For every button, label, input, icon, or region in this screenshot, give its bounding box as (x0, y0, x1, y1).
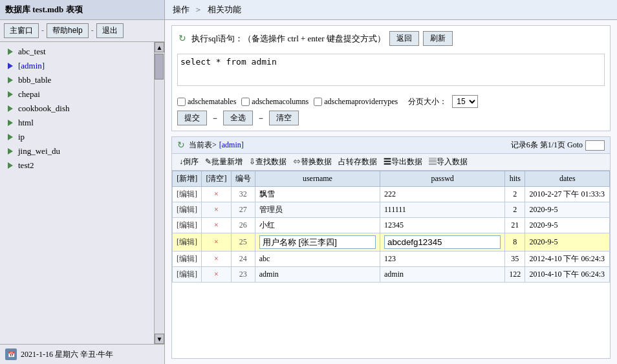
edit-link[interactable]: [编辑] (177, 237, 197, 246)
page-size-select[interactable]: 15 30 50 (452, 95, 478, 108)
delete-cell[interactable]: × (202, 202, 231, 218)
sql-textarea[interactable]: select * from admin (177, 54, 605, 86)
id-cell: 24 (231, 252, 255, 267)
data-table: [新增] [清空] 编号 username passwd hits dates … (172, 171, 610, 283)
sidebar-item-jing_wei_du[interactable]: jing_wei_du (0, 144, 154, 158)
dates-cell: 2010-4-10 下午 06:24:3 (525, 267, 610, 283)
toolbar-import[interactable]: ▤导入数据 (427, 156, 470, 168)
toolbar-replace[interactable]: ⇔替换数据 (291, 156, 334, 168)
refresh-button[interactable]: 刷新 (423, 31, 453, 46)
return-button[interactable]: 返回 (389, 31, 419, 46)
sidebar-item-bbb_table[interactable]: bbb_table (0, 73, 154, 87)
page-size-label: 分页大小： (408, 96, 447, 107)
delete-cell[interactable]: × (202, 267, 231, 283)
edit-link[interactable]: [编辑] (177, 270, 197, 279)
goto-input[interactable] (585, 140, 605, 151)
sidebar-item-label: abc_test (18, 47, 46, 57)
edit-cell[interactable]: [编辑] (173, 218, 202, 233)
clear-button[interactable]: 清空 (269, 111, 299, 125)
delete-icon[interactable]: × (214, 189, 219, 198)
username-input[interactable] (259, 235, 376, 249)
edit-link[interactable]: [编辑] (177, 189, 197, 198)
id-cell: 26 (231, 218, 255, 233)
hits-cell: 35 (505, 252, 525, 267)
delete-cell[interactable]: × (202, 187, 231, 202)
hits-cell: 8 (505, 233, 525, 252)
arrow-icon (5, 132, 16, 142)
delete-icon[interactable]: × (214, 254, 219, 263)
edit-cell[interactable]: [编辑] (173, 252, 202, 267)
sidebar-item-test2[interactable]: test2 (0, 158, 154, 173)
username-cell: abc (255, 252, 380, 267)
header-title: 操作 (173, 5, 189, 14)
dates-cell: 2010-2-27 下午 01:33:3 (525, 187, 610, 202)
table-row: [编辑]×23adminadmin1222010-4-10 下午 06:24:3 (173, 267, 610, 283)
table-header-row: [新增] [清空] 编号 username passwd hits dates (173, 171, 610, 187)
delete-cell[interactable]: × (202, 218, 231, 233)
scroll-track (155, 52, 164, 334)
sidebar-item-admin[interactable]: [admin] (0, 59, 154, 73)
table-wrap: [新增] [清空] 编号 username passwd hits dates … (172, 171, 610, 358)
col-add: [新增] (173, 171, 202, 187)
toolbar-export[interactable]: ☰导出数据 (382, 156, 424, 168)
toolbar-sort[interactable]: ↓倒序 (177, 156, 200, 168)
checkbox-adschemaprovider-label: adschemaproviderrypes (324, 97, 398, 107)
username-cell: 管理员 (255, 202, 380, 218)
table-row: [编辑]×2582020-9-5 (173, 233, 610, 252)
checkbox-adschematables-input[interactable] (177, 98, 186, 106)
table-row: [编辑]×27管理员11111122020-9-5 (173, 202, 610, 218)
current-table-name[interactable]: [admin] (219, 140, 244, 150)
checkbox-adschematables[interactable]: adschematables (177, 97, 236, 107)
col-username: username (255, 171, 380, 187)
main-window-button[interactable]: 主窗口 (4, 23, 39, 38)
passwd-cell: admin (380, 267, 505, 283)
sidebar-title: 数据库 test.mdb 表项 (0, 0, 164, 20)
edit-link[interactable]: [编辑] (177, 220, 197, 230)
checkbox-adschemaprovider-input[interactable] (314, 98, 322, 106)
sidebar-item-chepai[interactable]: chepai (0, 87, 154, 102)
sidebar-item-html[interactable]: html (0, 116, 154, 130)
sidebar-item-label: cookbook_dish (18, 103, 69, 114)
toolbar-find[interactable]: ⇩查找数据 (247, 156, 288, 168)
edit-cell[interactable]: [编辑] (173, 233, 202, 252)
delete-icon[interactable]: × (214, 220, 219, 230)
delete-cell[interactable]: × (202, 252, 231, 267)
edit-link[interactable]: [编辑] (177, 205, 197, 214)
sidebar-item-ip[interactable]: ip (0, 130, 154, 144)
dates-cell: 2020-9-5 (525, 218, 610, 233)
arrow-icon (5, 47, 16, 57)
sidebar-list: abc_test [admin] bbb_table chepai cookbo… (0, 42, 154, 344)
scroll-down-arrow[interactable]: ▼ (155, 334, 164, 344)
edit-link[interactable]: [编辑] (177, 254, 197, 263)
sidebar-item-cookbook_dish[interactable]: cookbook_dish (0, 102, 154, 116)
passwd-cell: 111111 (380, 202, 505, 218)
edit-cell[interactable]: [编辑] (173, 267, 202, 283)
sep1: - (41, 26, 44, 36)
submit-button[interactable]: 提交 (177, 111, 207, 125)
table-body: [编辑]×32飘雪22222010-2-27 下午 01:33:3[编辑]×27… (173, 187, 610, 283)
toolbar-dump[interactable]: 占转存数据 (336, 156, 379, 168)
edit-cell[interactable]: [编辑] (173, 202, 202, 218)
edit-cell[interactable]: [编辑] (173, 187, 202, 202)
passwd-input[interactable] (384, 235, 501, 249)
select-all-button[interactable]: 全选 (223, 111, 253, 125)
scroll-up-arrow[interactable]: ▲ (155, 42, 164, 52)
passwd-cell[interactable] (380, 233, 505, 252)
sidebar-item-abc_test[interactable]: abc_test (0, 45, 154, 59)
scroll-thumb[interactable] (155, 54, 164, 80)
col-dates: dates (525, 171, 610, 187)
hits-cell: 122 (505, 267, 525, 283)
checkbox-adschemacolumns[interactable]: adschemacolumns (241, 97, 308, 107)
checkbox-adschemaprovider[interactable]: adschemaproviderrypes (314, 97, 398, 107)
delete-cell[interactable]: × (202, 233, 231, 252)
toolbar-batch-add[interactable]: ✎批量新增 (203, 156, 244, 168)
help-button[interactable]: 帮助help (47, 23, 89, 38)
delete-icon[interactable]: × (214, 237, 219, 246)
checkbox-adschemacolumns-input[interactable] (241, 98, 250, 106)
arrow-icon (5, 103, 16, 114)
delete-icon[interactable]: × (214, 205, 219, 214)
username-cell[interactable] (255, 233, 380, 252)
logout-button[interactable]: 退出 (96, 23, 124, 38)
delete-icon[interactable]: × (214, 270, 219, 279)
username-cell: admin (255, 267, 380, 283)
